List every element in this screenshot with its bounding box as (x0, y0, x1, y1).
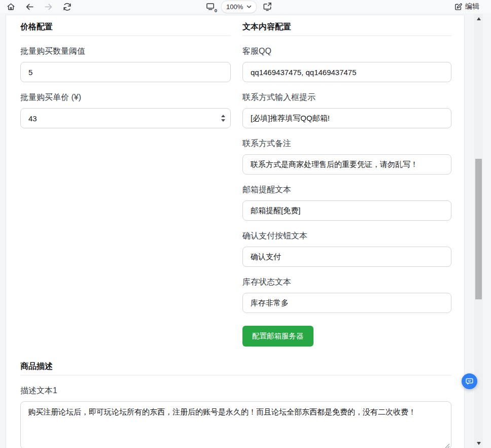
forward-button[interactable] (43, 1, 54, 12)
scroll-up-icon (477, 17, 481, 20)
browser-toolbar: 0 100% 编辑 (0, 0, 491, 13)
stepper-up-icon[interactable] (221, 115, 225, 117)
email-reminder-field: 邮箱提醒文本 (242, 185, 451, 221)
description-field: 描述文本1 购买注册论坛后，即可玩论坛所有的东西，注册后的账号是永久的！而且论坛… (20, 386, 451, 448)
email-reminder-label: 邮箱提醒文本 (242, 185, 451, 194)
scrollbar-thumb[interactable] (475, 159, 482, 299)
refresh-icon (62, 2, 72, 12)
text-config-section: 文本内容配置 客服QQ 联系方式输入框提示 联系方式备注 邮箱提醒文本 确认支付… (242, 22, 451, 347)
back-button[interactable] (24, 1, 35, 12)
confirm-pay-label: 确认支付按钮文本 (242, 231, 451, 240)
scroll-down-button[interactable] (474, 440, 483, 447)
edit-pencil-icon (454, 3, 463, 11)
edit-button-label: 编辑 (465, 2, 479, 11)
arrow-left-icon (25, 2, 34, 12)
contact-note-field: 联系方式备注 (242, 139, 451, 175)
contact-placeholder-field: 联系方式输入框提示 (242, 93, 451, 128)
confirm-pay-field: 确认支付按钮文本 (242, 231, 451, 267)
stock-status-field: 库存状态文本 (242, 278, 451, 313)
section-divider (20, 36, 231, 36)
scroll-up-button[interactable] (474, 15, 483, 22)
confirm-pay-input[interactable] (242, 247, 451, 267)
contact-placeholder-input[interactable] (242, 108, 451, 128)
open-external-button[interactable] (262, 1, 273, 12)
device-count-label: 0 (214, 8, 217, 13)
description-label: 描述文本1 (20, 386, 451, 395)
bulk-price-input[interactable] (20, 108, 231, 128)
service-qq-input[interactable] (242, 62, 451, 82)
chevron-down-icon (247, 5, 252, 9)
refresh-button[interactable] (61, 1, 73, 12)
stock-status-input[interactable] (242, 293, 451, 313)
home-button[interactable] (5, 1, 16, 12)
chat-bubble-icon (465, 377, 474, 386)
service-qq-label: 客服QQ (242, 47, 451, 55)
section-divider (20, 375, 451, 375)
home-icon (6, 2, 16, 12)
section-divider (242, 36, 451, 36)
description-textarea[interactable]: 购买注册论坛后，即可玩论坛所有的东西，注册后的账号是永久的！而且论坛全部东西都是… (20, 401, 451, 448)
contact-placeholder-label: 联系方式输入框提示 (242, 93, 451, 101)
toolbar-nav-group (5, 1, 73, 12)
config-columns: 价格配置 批量购买数量阈值 批量购买单价 (¥) 文本内容配置 (20, 22, 451, 347)
number-stepper[interactable] (221, 108, 225, 128)
toolbar-preview-group: 0 100% (205, 1, 273, 13)
price-section-title: 价格配置 (20, 22, 231, 31)
config-page: 价格配置 批量购买数量阈值 批量购买单价 (¥) 文本内容配置 (6, 15, 464, 448)
description-section-title: 商品描述 (20, 362, 451, 371)
arrow-right-icon (44, 2, 53, 12)
stepper-down-icon[interactable] (221, 119, 225, 122)
email-reminder-input[interactable] (242, 200, 451, 221)
contact-note-input[interactable] (242, 154, 451, 175)
bulk-price-label: 批量购买单价 (¥) (20, 93, 231, 101)
device-preview-button[interactable]: 0 (205, 1, 216, 12)
bulk-price-field: 批量购买单价 (¥) (20, 93, 231, 128)
price-config-section: 价格配置 批量购买数量阈值 批量购买单价 (¥) (20, 22, 231, 347)
scroll-down-icon (477, 442, 481, 445)
configure-email-server-button[interactable]: 配置邮箱服务器 (242, 326, 313, 347)
text-section-title: 文本内容配置 (242, 22, 451, 31)
bulk-qty-label: 批量购买数量阈值 (20, 47, 231, 55)
edit-button[interactable]: 编辑 (454, 0, 479, 13)
zoom-level-dropdown[interactable]: 100% (222, 1, 256, 13)
bulk-qty-input[interactable] (20, 62, 231, 82)
bulk-qty-field: 批量购买数量阈值 (20, 47, 231, 82)
monitor-external-icon (262, 2, 272, 12)
stock-status-label: 库存状态文本 (242, 278, 451, 286)
service-qq-field: 客服QQ (242, 47, 451, 82)
zoom-level-value: 100% (226, 3, 243, 11)
contact-note-label: 联系方式备注 (242, 139, 451, 148)
description-section: 商品描述 描述文本1 购买注册论坛后，即可玩论坛所有的东西，注册后的账号是永久的… (20, 362, 451, 448)
chat-widget-button[interactable] (462, 373, 477, 389)
